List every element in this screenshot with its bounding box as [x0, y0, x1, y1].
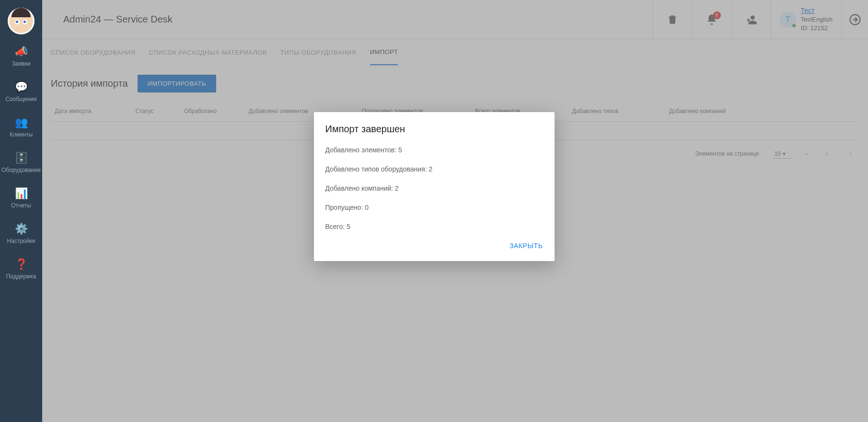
chat-icon: 💬: [14, 80, 28, 94]
sidebar-item-label: Оборудование: [1, 167, 41, 173]
sidebar-item-label: Заявки: [12, 60, 31, 67]
sidebar-item-label: Отчеты: [11, 202, 31, 209]
sidebar-item-messages[interactable]: 💬 Сообщения: [0, 74, 42, 109]
sidebar-nav: 📣 Заявки 💬 Сообщения 👥 Клиенты 🗄️ Оборуд…: [0, 0, 42, 422]
sidebar-item-reports[interactable]: 📊 Отчеты: [0, 180, 42, 216]
reports-icon: 📊: [14, 187, 28, 200]
equipment-icon: 🗄️: [14, 151, 28, 165]
sidebar-item-equipment[interactable]: 🗄️ Оборудование: [0, 145, 42, 180]
sidebar-item-settings[interactable]: ⚙️ Настройки: [0, 216, 42, 251]
modal-line-added-elements: Добавлено элементов: 5: [325, 146, 543, 154]
sidebar-item-label: Настройки: [7, 238, 35, 244]
support-icon: ❓: [14, 258, 28, 271]
modal-title: Импорт завершен: [325, 124, 543, 135]
sidebar-item-clients[interactable]: 👥 Клиенты: [0, 109, 42, 145]
sidebar-item-label: Сообщения: [5, 96, 36, 103]
modal-line-skipped: Пропущено: 0: [325, 204, 543, 211]
modal-close-button[interactable]: ЗАКРЫТЬ: [509, 242, 543, 250]
modal-line-added-types: Добавлено типов оборудования: 2: [325, 165, 543, 173]
megaphone-icon: 📣: [14, 45, 28, 58]
settings-icon: ⚙️: [14, 222, 28, 236]
sidebar-item-support[interactable]: ❓ Поддержка: [0, 251, 42, 286]
profile-avatar[interactable]: [8, 8, 35, 34]
sidebar-item-label: Поддержка: [6, 273, 36, 280]
people-icon: 👥: [14, 116, 28, 129]
modal-actions: ЗАКРЫТЬ: [325, 242, 543, 250]
sidebar-item-requests[interactable]: 📣 Заявки: [0, 38, 42, 74]
modal-line-added-companies: Добавлено компаний: 2: [325, 184, 543, 192]
modal-line-total: Всего: 5: [325, 223, 543, 230]
sidebar-item-label: Клиенты: [10, 131, 33, 138]
import-complete-modal: Импорт завершен Добавлено элементов: 5 Д…: [314, 112, 555, 261]
